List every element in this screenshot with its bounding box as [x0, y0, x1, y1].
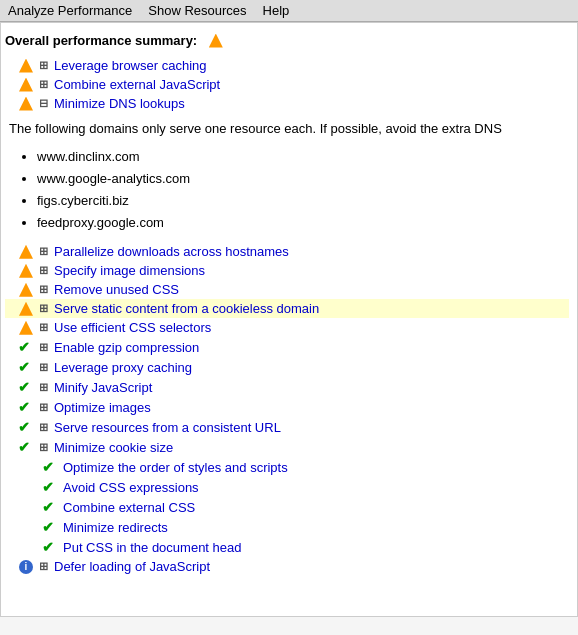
check-icon-optimize-images: ✔: [18, 399, 34, 415]
row-leverage-proxy: ✔ ⊞ Leverage proxy caching: [5, 357, 569, 377]
menu-show-resources[interactable]: Show Resources: [148, 3, 246, 18]
link-optimize-images[interactable]: Optimize images: [54, 400, 151, 415]
check-icon-optimize-order: ✔: [42, 459, 58, 475]
plus-icon-consistent-url[interactable]: ⊞: [39, 421, 48, 434]
link-remove-unused-css[interactable]: Remove unused CSS: [54, 282, 179, 297]
warn-icon-combine-js: [19, 78, 33, 92]
check-icon-minimize-redirects: ✔: [42, 519, 58, 535]
link-minimize-dns[interactable]: Minimize DNS lookups: [54, 96, 185, 111]
link-avoid-css-expressions[interactable]: Avoid CSS expressions: [63, 480, 199, 495]
main-content: Overall performance summary: ⊞ Leverage …: [0, 22, 578, 617]
warn-icon-leverage-browser: [19, 59, 33, 73]
link-enable-gzip[interactable]: Enable gzip compression: [54, 340, 199, 355]
row-parallelize-downloads: ⊞ Parallelize downloads across hostnames: [5, 242, 569, 261]
row-minimize-redirects: ✔ Minimize redirects: [5, 517, 569, 537]
plus-icon-defer-js[interactable]: ⊞: [39, 560, 48, 573]
dns-domain-3: figs.cyberciti.biz: [37, 190, 569, 212]
summary-title: Overall performance summary:: [5, 33, 197, 48]
check-icon-minimize-cookie: ✔: [18, 439, 34, 455]
link-minimize-redirects[interactable]: Minimize redirects: [63, 520, 168, 535]
plus-icon-proxy[interactable]: ⊞: [39, 361, 48, 374]
row-leverage-browser-caching: ⊞ Leverage browser caching: [5, 56, 569, 75]
row-combine-external-js: ⊞ Combine external JavaScript: [5, 75, 569, 94]
link-combine-external-js[interactable]: Combine external JavaScript: [54, 77, 220, 92]
plus-icon-minimize-cookie[interactable]: ⊞: [39, 441, 48, 454]
check-icon-combine-css: ✔: [42, 499, 58, 515]
plus-icon-minify-js[interactable]: ⊞: [39, 381, 48, 394]
menubar: Analyze Performance Show Resources Help: [0, 0, 578, 22]
warn-icon-image-dim: [19, 264, 33, 278]
link-leverage-proxy[interactable]: Leverage proxy caching: [54, 360, 192, 375]
row-optimize-order-styles: ✔ Optimize the order of styles and scrip…: [5, 457, 569, 477]
row-enable-gzip: ✔ ⊞ Enable gzip compression: [5, 337, 569, 357]
row-avoid-css-expressions: ✔ Avoid CSS expressions: [5, 477, 569, 497]
plus-icon-optimize-images[interactable]: ⊞: [39, 401, 48, 414]
check-icon-gzip: ✔: [18, 339, 34, 355]
row-remove-unused-css: ⊞ Remove unused CSS: [5, 280, 569, 299]
plus-icon-combine-js[interactable]: ⊞: [39, 78, 48, 91]
row-minimize-cookie: ✔ ⊞ Minimize cookie size: [5, 437, 569, 457]
plus-icon-image-dim[interactable]: ⊞: [39, 264, 48, 277]
warn-icon-cookieless: [19, 302, 33, 316]
dns-description: The following domains only serve one res…: [9, 119, 569, 140]
link-leverage-browser-caching[interactable]: Leverage browser caching: [54, 58, 206, 73]
link-defer-loading-js[interactable]: Defer loading of JavaScript: [54, 559, 210, 574]
plus-icon-cookieless[interactable]: ⊞: [39, 302, 48, 315]
warn-icon-remove-unused: [19, 283, 33, 297]
link-minify-js[interactable]: Minify JavaScript: [54, 380, 152, 395]
link-specify-image-dimensions[interactable]: Specify image dimensions: [54, 263, 205, 278]
row-put-css-head: ✔ Put CSS in the document head: [5, 537, 569, 557]
minus-icon-minimize-dns[interactable]: ⊟: [39, 97, 48, 110]
plus-icon-remove-unused[interactable]: ⊞: [39, 283, 48, 296]
plus-icon-efficient-css[interactable]: ⊞: [39, 321, 48, 334]
check-icon-avoid-css: ✔: [42, 479, 58, 495]
dns-domains-list: www.dinclinx.com www.google-analytics.co…: [37, 146, 569, 234]
row-serve-consistent-url: ✔ ⊞ Serve resources from a consistent UR…: [5, 417, 569, 437]
menu-analyze-performance[interactable]: Analyze Performance: [8, 3, 132, 18]
link-optimize-order-styles[interactable]: Optimize the order of styles and scripts: [63, 460, 288, 475]
check-icon-minify-js: ✔: [18, 379, 34, 395]
row-specify-image-dimensions: ⊞ Specify image dimensions: [5, 261, 569, 280]
link-parallelize-downloads[interactable]: Parallelize downloads across hostnames: [54, 244, 289, 259]
row-minify-js: ✔ ⊞ Minify JavaScript: [5, 377, 569, 397]
link-efficient-css[interactable]: Use efficient CSS selectors: [54, 320, 211, 335]
plus-icon-leverage-browser[interactable]: ⊞: [39, 59, 48, 72]
menu-help[interactable]: Help: [263, 3, 290, 18]
row-combine-external-css: ✔ Combine external CSS: [5, 497, 569, 517]
link-minimize-cookie[interactable]: Minimize cookie size: [54, 440, 173, 455]
summary-header-row: Overall performance summary:: [5, 31, 569, 56]
check-icon-proxy: ✔: [18, 359, 34, 375]
dns-domain-4: feedproxy.google.com: [37, 212, 569, 234]
summary-warn-icon: [209, 34, 223, 48]
link-combine-external-css[interactable]: Combine external CSS: [63, 500, 195, 515]
info-icon-defer-js: i: [19, 560, 33, 574]
link-serve-consistent-url[interactable]: Serve resources from a consistent URL: [54, 420, 281, 435]
row-minimize-dns: ⊟ Minimize DNS lookups: [5, 94, 569, 113]
check-icon-put-css-head: ✔: [42, 539, 58, 555]
dns-domain-1: www.dinclinx.com: [37, 146, 569, 168]
link-serve-static-cookieless[interactable]: Serve static content from a cookieless d…: [54, 301, 319, 316]
row-optimize-images: ✔ ⊞ Optimize images: [5, 397, 569, 417]
warn-icon-parallelize: [19, 245, 33, 259]
row-serve-static-cookieless: ⊞ Serve static content from a cookieless…: [5, 299, 569, 318]
row-defer-loading-js: i ⊞ Defer loading of JavaScript: [5, 557, 569, 576]
row-efficient-css: ⊞ Use efficient CSS selectors: [5, 318, 569, 337]
check-icon-consistent-url: ✔: [18, 419, 34, 435]
plus-icon-gzip[interactable]: ⊞: [39, 341, 48, 354]
dns-domain-2: www.google-analytics.com: [37, 168, 569, 190]
plus-icon-parallelize[interactable]: ⊞: [39, 245, 48, 258]
warn-icon-efficient-css: [19, 321, 33, 335]
warn-icon-minimize-dns: [19, 97, 33, 111]
link-put-css-head[interactable]: Put CSS in the document head: [63, 540, 242, 555]
